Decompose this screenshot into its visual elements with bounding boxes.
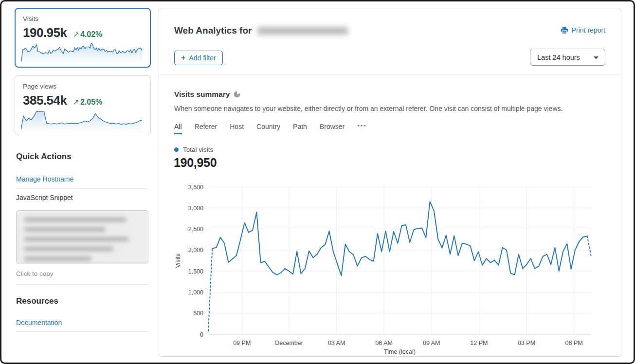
svg-text:1,000: 1,000 — [188, 289, 203, 296]
visits-card-value: 190.95k — [23, 25, 67, 40]
add-filter-label: Add filter — [189, 54, 216, 62]
redacted-code-line — [24, 256, 91, 261]
tab-path[interactable]: Path — [293, 123, 307, 132]
svg-text:3,500: 3,500 — [188, 184, 203, 191]
pageviews-delta-value: 2.05% — [80, 98, 102, 106]
svg-text:500: 500 — [193, 310, 203, 317]
redacted-code-line — [24, 237, 128, 241]
visits-metric-card[interactable]: Visits 190.95k ↗4.02% — [15, 8, 151, 68]
page-title: Web Analytics for — [174, 24, 348, 37]
pageviews-card-delta: ↗2.05% — [73, 97, 102, 107]
svg-text:2,000: 2,000 — [188, 247, 203, 254]
svg-text:09 PM: 09 PM — [233, 340, 251, 346]
quick-actions-heading: Quick Actions — [16, 152, 72, 162]
trend-up-arrow-icon: ↗ — [73, 98, 79, 106]
visits-card-delta: ↗4.02% — [73, 30, 102, 39]
tab-referer[interactable]: Referer — [195, 123, 218, 132]
tabs-more-button[interactable]: ••• — [357, 122, 367, 132]
divider — [159, 74, 621, 74]
svg-text:06 PM: 06 PM — [565, 340, 583, 346]
time-range-value: Last 24 hours — [537, 54, 580, 61]
svg-text:2,500: 2,500 — [188, 226, 203, 233]
resources-heading: Resources — [16, 296, 58, 306]
visits-delta-value: 4.02% — [80, 30, 102, 38]
pageviews-metric-card[interactable]: Page views 385.54k ↗2.05% — [15, 75, 151, 135]
svg-text:03 PM: 03 PM — [518, 340, 535, 346]
visits-chart-canvas[interactable]: 05001,0001,5002,0002,5003,0003,50009 PMD… — [174, 179, 605, 355]
visits-summary-heading: Visits summary — [174, 90, 240, 99]
javascript-snippet-label: JavaScript Snippet — [16, 194, 73, 201]
chevron-down-icon — [594, 56, 599, 59]
legend-label: Total visits — [183, 146, 213, 153]
visits-card-label: Visits — [23, 15, 144, 22]
svg-text:Time (local): Time (local) — [384, 348, 416, 355]
visits-chart[interactable]: 05001,0001,5002,0002,5003,0003,50009 PMD… — [174, 179, 605, 355]
visits-summary-title-text: Visits summary — [174, 90, 230, 99]
svg-text:1,500: 1,500 — [188, 268, 203, 275]
tab-host[interactable]: Host — [230, 123, 244, 132]
svg-text:Visits: Visits — [175, 254, 181, 268]
svg-text:3,000: 3,000 — [188, 205, 203, 212]
divider — [16, 284, 148, 285]
manage-hostname-link[interactable]: Manage Hostname — [16, 175, 73, 183]
total-visits-value: 190,950 — [174, 156, 217, 170]
print-report-button[interactable]: Print report — [561, 26, 605, 34]
redacted-domain — [257, 27, 348, 35]
documentation-link[interactable]: Documentation — [16, 319, 62, 327]
web-analytics-page: Visits 190.95k ↗4.02% Page views 385.54k… — [0, 0, 635, 364]
add-filter-button[interactable]: + Add filter — [174, 51, 223, 65]
divider — [16, 188, 148, 189]
tabs: AllRefererHostCountryPathBrowser••• — [174, 122, 367, 132]
svg-text:12 PM: 12 PM — [470, 340, 488, 346]
redacted-code-line — [24, 247, 113, 251]
page-title-text: Web Analytics for — [174, 25, 252, 36]
tab-country[interactable]: Country — [256, 123, 280, 132]
svg-text:06 AM: 06 AM — [376, 340, 393, 346]
svg-text:03 AM: 03 AM — [328, 340, 345, 346]
pageviews-card-label: Page views — [23, 83, 144, 90]
visits-summary-description: When someone navigates to your website, … — [174, 105, 593, 112]
pageviews-card-value: 385.54k — [23, 93, 67, 108]
javascript-snippet-box[interactable] — [16, 210, 148, 264]
time-range-dropdown[interactable]: Last 24 hours — [530, 49, 605, 66]
pageviews-sparkline — [21, 109, 142, 132]
redacted-code-line — [24, 218, 126, 222]
svg-text:09 AM: 09 AM — [423, 340, 440, 346]
print-report-label: Print report — [572, 26, 605, 34]
chart-legend: Total visits — [174, 146, 213, 153]
svg-text:December: December — [275, 340, 303, 346]
divider — [16, 331, 148, 332]
trend-up-arrow-icon: ↗ — [73, 30, 79, 38]
tab-all[interactable]: All — [174, 123, 182, 132]
tab-browser[interactable]: Browser — [320, 123, 345, 132]
redacted-code-line — [24, 227, 106, 232]
plus-icon: + — [181, 54, 185, 62]
legend-dot-icon — [174, 147, 179, 152]
visits-sparkline — [21, 40, 142, 64]
click-to-copy-hint: Click to copy — [16, 270, 54, 277]
printer-icon — [561, 27, 568, 34]
svg-text:0: 0 — [200, 331, 203, 338]
pie-chart-icon — [234, 91, 240, 98]
